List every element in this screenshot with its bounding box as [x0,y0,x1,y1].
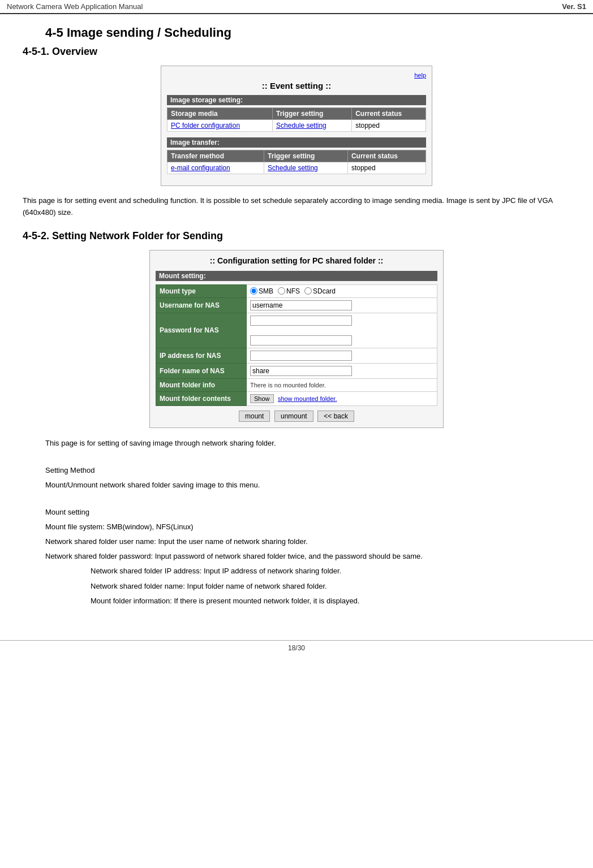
nfs-radio-label[interactable]: NFS [278,287,300,295]
password-nas-row: Password for NAS [156,313,437,348]
nfs-radio[interactable] [278,287,285,295]
section-4-5-2-heading: 4-5-2. Setting Network Folder for Sendin… [23,230,570,242]
username-nas-input[interactable] [250,300,352,310]
folder-name-nas-row: Folder name of NAS [156,363,437,378]
body-line12: Mount folder information: If there is pr… [91,595,570,607]
mount-folder-contents-label: Mount folder contents [156,391,247,405]
mount-section-label: Mount setting: [156,271,437,281]
action-buttons: mount unmount << back [156,411,437,422]
storage-col-trigger: Trigger setting [273,108,352,120]
body-line8: Network shared folder user name: Input t… [45,536,570,548]
body-line6: Mount setting [45,506,570,519]
username-nas-row: Username for NAS [156,297,437,313]
folder-name-nas-value [247,363,437,378]
transfer-status-1: stopped [347,162,426,174]
body-text-section: This page is for setting of saving image… [45,437,570,607]
mount-type-label: Mount type [156,284,247,297]
mount-type-value: SMB NFS SDcard [247,284,437,297]
show-button[interactable]: Show [250,394,274,403]
ip-nas-value [247,348,437,363]
body-line9: Network shared folder password: Input pa… [45,550,570,563]
pc-folder-link[interactable]: PC folder configuration [171,122,240,129]
overview-description: This page is for setting event and sched… [23,195,570,219]
password-nas-label: Password for NAS [156,313,247,348]
unmount-button[interactable]: unmount [274,411,313,422]
body-line11: Network shared folder name: Input folder… [91,580,570,593]
config-setting-box: :: Configuration setting for PC shared f… [149,250,444,428]
mount-type-row: Mount type SMB NFS SDcard [156,284,437,297]
mount-folder-info-row: Mount folder info There is no mounted fo… [156,378,437,391]
body-line7: Mount file system: SMB(window), NFS(Linu… [45,521,570,533]
page-number: 18/30 [288,644,305,652]
body-line1: This page is for setting of saving image… [45,437,570,450]
folder-name-nas-label: Folder name of NAS [156,363,247,378]
mount-folder-info-label: Mount folder info [156,378,247,391]
schedule-setting-link-2[interactable]: Schedule setting [268,164,318,172]
transfer-col-method: Transfer method [167,150,264,162]
header-bar: Network Camera Web Application Manual Ve… [0,0,593,14]
mount-button[interactable]: mount [239,411,270,422]
transfer-col-status: Current status [347,150,426,162]
section-4-5-heading: 4-5 Image sending / Scheduling [45,25,570,40]
header-title: Network Camera Web Application Manual [7,2,143,11]
mount-config-table: Mount type SMB NFS SDcard [156,284,437,406]
storage-col-media: Storage media [167,108,273,120]
main-content: 4-5 Image sending / Scheduling 4-5-1. Ov… [0,14,593,623]
ip-nas-input[interactable] [250,351,352,361]
sdcard-radio[interactable] [304,287,312,295]
email-config-link[interactable]: e-mail configuration [171,164,230,172]
transfer-table: Transfer method Trigger setting Current … [167,150,426,174]
password-nas-value [247,313,437,348]
back-button[interactable]: << back [317,411,354,422]
section-4-5-1-heading: 4-5-1. Overview [23,46,570,58]
storage-status-1: stopped [352,120,426,132]
mount-folder-contents-row: Mount folder contents Show show mounted … [156,391,437,405]
storage-table: Storage media Trigger setting Current st… [167,107,426,132]
show-mounted-folder-link[interactable]: show mounted folder. [278,395,337,402]
smb-radio[interactable] [250,287,257,295]
folder-name-nas-input[interactable] [250,366,352,376]
mount-folder-contents-value: Show show mounted folder. [247,391,437,405]
schedule-setting-link-1[interactable]: Schedule setting [276,122,326,129]
storage-section-label: Image storage setting: [167,95,426,105]
ip-nas-row: IP address for NAS [156,348,437,363]
mount-folder-info-text: There is no mounted folder. [250,382,326,388]
transfer-col-trigger: Trigger setting [264,150,348,162]
mount-folder-info-value: There is no mounted folder. [247,378,437,391]
ip-nas-label: IP address for NAS [156,348,247,363]
smb-radio-label[interactable]: SMB [250,287,273,295]
storage-row-1: PC folder configuration Schedule setting… [167,120,426,132]
help-link[interactable]: help [167,72,426,79]
event-setting-box: help :: Event setting :: Image storage s… [161,66,432,186]
mount-type-radio-group: SMB NFS SDcard [250,287,433,295]
storage-col-status: Current status [352,108,426,120]
username-nas-value [247,297,437,313]
transfer-row-1: e-mail configuration Schedule setting st… [167,162,426,174]
body-line3: Setting Method [45,464,570,477]
sdcard-radio-label[interactable]: SDcard [304,287,336,295]
body-line10: Network shared folder IP address: Input … [91,565,570,577]
password-nas-input-1[interactable] [250,316,352,326]
footer: 18/30 [0,640,593,655]
event-setting-title: :: Event setting :: [167,81,426,90]
password-nas-input-2[interactable] [250,335,352,346]
header-version: Ver. S1 [562,2,586,11]
username-nas-label: Username for NAS [156,297,247,313]
config-setting-title: :: Configuration setting for PC shared f… [156,256,437,265]
body-line4: Mount/Unmount network shared folder savi… [45,479,570,491]
transfer-section-label: Image transfer: [167,137,426,148]
